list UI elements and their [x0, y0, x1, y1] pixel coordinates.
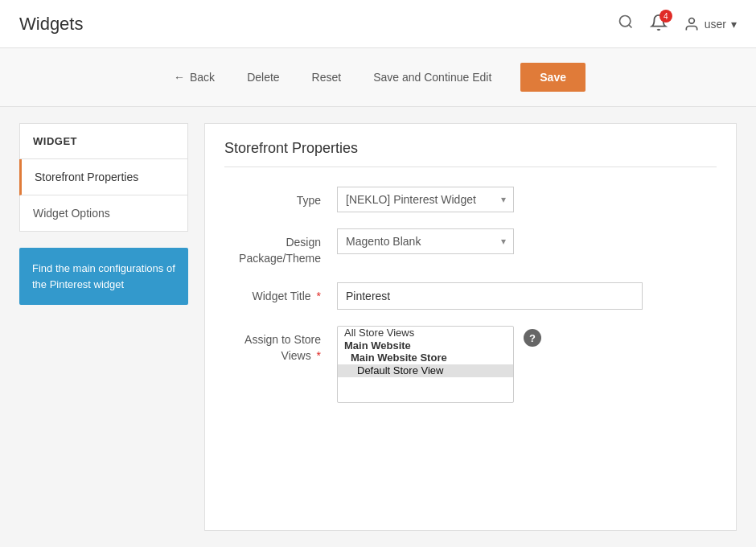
required-marker: * — [317, 290, 321, 302]
back-arrow-icon: ← — [174, 71, 185, 84]
store-views-field: All Store Views Main Website Main Websit… — [337, 326, 717, 403]
back-button[interactable]: ← Back — [171, 66, 218, 88]
sidebar-header: WIDGET — [19, 123, 188, 159]
search-icon[interactable] — [618, 14, 634, 34]
design-field: Magento Blank ▾ — [337, 228, 717, 254]
main-content: WIDGET Storefront Properties Widget Opti… — [0, 107, 756, 547]
svg-point-2 — [688, 18, 694, 23]
section-title: Storefront Properties — [224, 140, 717, 167]
help-icon[interactable]: ? — [524, 329, 541, 347]
svg-line-1 — [629, 25, 632, 28]
design-label: Design Package/Theme — [224, 228, 337, 266]
delete-button[interactable]: Delete — [244, 66, 282, 88]
svg-point-0 — [619, 16, 630, 27]
design-select[interactable]: Magento Blank — [337, 228, 514, 254]
type-select-wrapper: [NEKLO] Pinterest Widget ▾ — [337, 187, 514, 212]
save-continue-button[interactable]: Save and Continue Edit — [370, 66, 495, 88]
design-row: Design Package/Theme Magento Blank ▾ — [224, 228, 717, 266]
widget-title-field — [337, 282, 717, 310]
widget-title-row: Widget Title * — [224, 282, 717, 310]
top-header: Widgets 4 user ▾ — [0, 0, 756, 48]
type-label: Type — [224, 187, 337, 209]
chevron-down-icon: ▾ — [731, 18, 737, 31]
sidebar-info-box: Find the main configurations of the Pint… — [19, 248, 188, 305]
notifications-bell[interactable]: 4 — [650, 14, 668, 34]
reset-button[interactable]: Reset — [309, 66, 345, 88]
store-views-row: Assign to Store Views * All Store Views … — [224, 326, 717, 403]
sidebar-item-storefront[interactable]: Storefront Properties — [19, 159, 188, 195]
type-select[interactable]: [NEKLO] Pinterest Widget — [337, 187, 514, 212]
store-views-container: All Store Views Main Website Main Websit… — [337, 326, 717, 403]
header-actions: 4 user ▾ — [618, 14, 737, 34]
user-menu[interactable]: user ▾ — [684, 16, 737, 32]
type-field: [NEKLO] Pinterest Widget ▾ — [337, 187, 717, 212]
toolbar: ← Back Delete Reset Save and Continue Ed… — [0, 48, 756, 107]
store-views-select[interactable]: All Store Views Main Website Main Websit… — [337, 326, 514, 403]
widget-title-input[interactable] — [337, 282, 643, 310]
sidebar: WIDGET Storefront Properties Widget Opti… — [19, 123, 188, 531]
sidebar-item-widget-options[interactable]: Widget Options — [19, 195, 188, 232]
design-select-wrapper: Magento Blank ▾ — [337, 228, 514, 254]
assign-required-marker: * — [317, 349, 321, 362]
widget-title-label: Widget Title * — [224, 282, 337, 305]
assign-label: Assign to Store Views * — [224, 326, 337, 364]
user-label: user — [705, 18, 726, 31]
type-row: Type [NEKLO] Pinterest Widget ▾ — [224, 187, 717, 212]
save-button[interactable]: Save — [520, 63, 585, 92]
form-area: Storefront Properties Type [NEKLO] Pinte… — [204, 123, 737, 531]
notification-badge: 4 — [659, 10, 672, 23]
page-title: Widgets — [19, 14, 83, 35]
